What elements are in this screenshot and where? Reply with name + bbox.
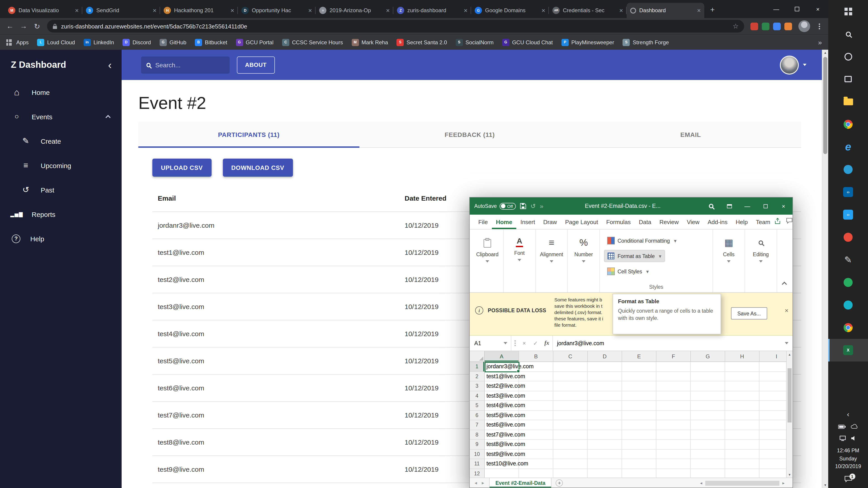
grid-cell[interactable] (622, 440, 656, 449)
grid-cell[interactable] (656, 411, 691, 420)
grid-cell[interactable] (553, 459, 588, 469)
grid-cell[interactable] (622, 411, 656, 420)
browser-tab[interactable]: API Credentials - Sec × (549, 3, 627, 18)
sidebar-item-past[interactable]: ↺ Past (0, 177, 122, 202)
app-red-icon[interactable] (828, 226, 868, 249)
cortana-icon[interactable] (828, 45, 868, 68)
grid-cell[interactable] (725, 372, 760, 381)
grid-cell[interactable] (691, 440, 725, 449)
sidebar-item-upcoming[interactable]: ≡ Upcoming (0, 153, 122, 177)
row-header[interactable]: 3 (470, 381, 485, 391)
comment-icon[interactable] (786, 218, 793, 226)
grid-cell[interactable] (588, 449, 622, 459)
sheet-hscrollbar[interactable]: ◄► (700, 480, 785, 486)
formula-expand-icon[interactable] (781, 342, 793, 344)
grid-cell[interactable] (622, 449, 656, 459)
excel-menu-item[interactable]: Page Layout (561, 215, 602, 229)
hscroll-thumb[interactable] (705, 481, 779, 486)
sidebar-item-reports[interactable]: ▂▅▇ Reports (0, 202, 122, 226)
grid-cell[interactable] (725, 401, 760, 411)
excel-menu-item[interactable]: Review (655, 215, 683, 229)
csv-action-button[interactable]: DOWNLOAD CSV (223, 159, 293, 177)
bookmark-item[interactable]: G GitHub (160, 39, 186, 46)
excel-menu-item[interactable]: File (474, 215, 492, 229)
grid-cell[interactable] (656, 372, 691, 381)
grid-cell[interactable] (656, 449, 691, 459)
grid-cell[interactable] (691, 430, 725, 440)
grid-cell[interactable]: test3@live.com (485, 391, 519, 401)
excel-menu-item[interactable]: Add-ins (704, 215, 732, 229)
tab-close-icon[interactable]: × (153, 7, 156, 14)
column-header[interactable]: H (725, 351, 760, 362)
grid-cell[interactable]: test1@live.com (485, 372, 519, 381)
grid-cell[interactable]: test7@live.com (485, 430, 519, 440)
tab-close-icon[interactable]: × (697, 7, 701, 14)
style-item[interactable]: Cell Styles ▾ (604, 266, 652, 277)
column-header[interactable]: D (588, 351, 622, 362)
bookmark-item[interactable]: S Secret Santa 2.0 (397, 39, 447, 46)
scrollbar-thumb[interactable] (823, 57, 827, 154)
grid-cell[interactable] (588, 391, 622, 401)
excel-close-button[interactable]: × (774, 197, 793, 215)
page-scrollbar[interactable]: ▲ ▼ (822, 50, 828, 488)
app-green-icon[interactable] (828, 271, 868, 294)
grid-cell[interactable] (588, 411, 622, 420)
sidebar-item-help[interactable]: ? Help (0, 226, 122, 251)
undo-icon[interactable]: ↺ (530, 202, 536, 210)
grid-cell[interactable] (656, 420, 691, 430)
grid-cell[interactable] (725, 459, 760, 469)
row-header[interactable]: 1 (470, 362, 485, 372)
grid-cell[interactable] (588, 420, 622, 430)
name-box[interactable]: A1 (470, 336, 511, 351)
grid-cell[interactable] (622, 391, 656, 401)
sheet-tab[interactable]: Event #2-Email-Data (489, 478, 552, 488)
tab-close-icon[interactable]: × (308, 7, 312, 14)
grid-cell[interactable] (622, 469, 656, 478)
grid-cell[interactable] (691, 372, 725, 381)
row-header[interactable]: 7 (470, 420, 485, 430)
browser-tab[interactable]: G Google Domains × (471, 3, 549, 18)
style-item[interactable]: Conditional Formatting ▾ (604, 235, 680, 246)
grid-cell[interactable]: test5@live.com (485, 411, 519, 420)
column-header[interactable]: C (553, 351, 588, 362)
page-tab[interactable]: EMAIL (580, 122, 801, 147)
chrome-2-icon[interactable] (828, 316, 868, 339)
grid-cell[interactable] (553, 362, 588, 372)
grid-cell[interactable] (656, 381, 691, 391)
excel-menu-item[interactable]: Team (752, 215, 774, 229)
grid-cell[interactable] (725, 411, 760, 420)
close-button[interactable]: × (807, 0, 828, 18)
password-extension-icon[interactable] (762, 22, 770, 30)
ribbon-group[interactable]: ≡ Alignment (536, 230, 568, 292)
bookmarks-overflow-icon[interactable]: » (813, 38, 822, 46)
browser-avatar[interactable] (798, 20, 810, 32)
action-center-icon[interactable]: 1 (844, 476, 852, 484)
style-item[interactable]: Format as Table ▾ (604, 250, 664, 262)
browser-globe-icon[interactable] (828, 158, 868, 181)
ribbon-group[interactable]: ▦ Cells (713, 230, 745, 292)
chrome-icon[interactable] (828, 113, 868, 135)
share-icon[interactable] (774, 218, 781, 226)
tab-close-icon[interactable]: × (541, 7, 545, 14)
grid-cell[interactable] (691, 449, 725, 459)
grid-cell[interactable] (553, 372, 588, 381)
file-explorer-icon[interactable] (828, 90, 868, 113)
grid-cell[interactable] (691, 381, 725, 391)
row-header[interactable]: 8 (470, 430, 485, 440)
grid-vscroll-thumb[interactable] (787, 368, 792, 422)
grid-cell[interactable] (622, 381, 656, 391)
grid-cell[interactable] (691, 391, 725, 401)
column-header[interactable]: F (656, 351, 691, 362)
cloud-icon[interactable] (851, 423, 858, 431)
excel-menu-item[interactable]: Data (635, 215, 655, 229)
grid-cell[interactable]: test4@live.com (485, 401, 519, 411)
grid-cell[interactable] (553, 449, 588, 459)
pencil-app-icon[interactable]: ✎ (828, 249, 868, 271)
excel-menu-item[interactable]: Draw (539, 215, 561, 229)
grid-scroll-up-icon[interactable]: ▲ (786, 351, 793, 357)
grid-cell[interactable] (725, 469, 760, 478)
row-header[interactable]: 12 (470, 469, 485, 478)
browser-menu-icon[interactable] (814, 23, 825, 29)
search-icon[interactable] (828, 23, 868, 45)
sidebar-item-create[interactable]: ✎ Create (0, 129, 122, 153)
